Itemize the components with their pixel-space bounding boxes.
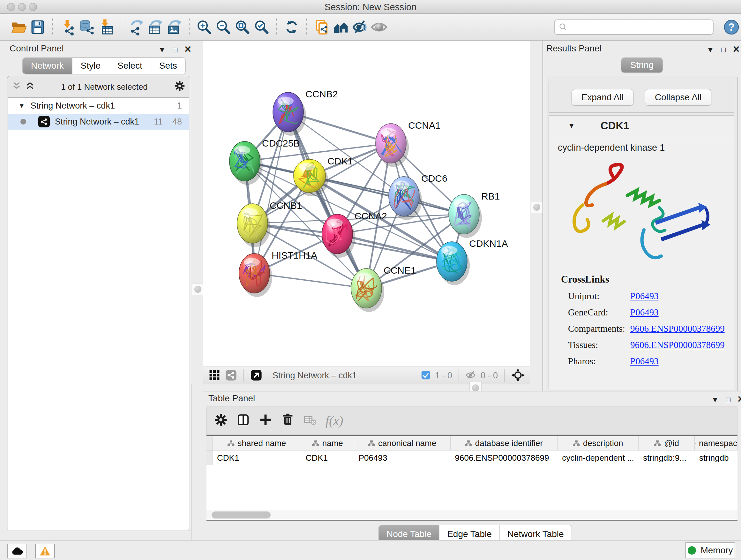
table-cell[interactable]: stringdb:9...: [638, 450, 695, 465]
birdseye-crosshair-icon[interactable]: [511, 368, 525, 383]
search-box[interactable]: [554, 19, 714, 35]
zoom-in-icon[interactable]: [195, 17, 214, 37]
close-panel-icon[interactable]: ×: [738, 393, 741, 405]
export-image-icon[interactable]: [165, 17, 184, 37]
close-panel-icon[interactable]: ×: [733, 44, 739, 55]
show-columns-icon[interactable]: [236, 413, 250, 428]
column-header-namespac[interactable]: namespac: [695, 436, 738, 450]
network-collection-row[interactable]: ▼ String Network – cdk1 1: [8, 98, 189, 114]
hidden-eye-icon[interactable]: [465, 370, 476, 382]
tab-sets[interactable]: Sets: [151, 58, 185, 74]
grid-view-icon[interactable]: [208, 369, 220, 382]
open-session-icon[interactable]: [9, 17, 28, 37]
network-options-gear-icon[interactable]: [174, 80, 185, 94]
float-panel-icon[interactable]: ▼: [711, 396, 719, 403]
maximize-panel-icon[interactable]: □: [726, 396, 731, 403]
column-header-name[interactable]: name: [301, 436, 354, 450]
selected-checkbox-icon[interactable]: [421, 370, 430, 381]
left-splitter-handle[interactable]: [192, 283, 204, 295]
tab-select[interactable]: Select: [109, 58, 151, 74]
network-tab-content: 1 of 1 Network selected ▼ String Network…: [7, 76, 190, 531]
column-header-database-identifier[interactable]: database identifier: [451, 436, 558, 450]
network-canvas[interactable]: CCNB2CCNA1CDC25BCDK1CDC6RB1CCNB1CCNA2CDK…: [203, 41, 530, 367]
table-options-gear-icon[interactable]: [214, 413, 228, 428]
memory-status-dot: [688, 546, 696, 555]
network-selection-status: 1 of 1 Network selected: [35, 82, 174, 92]
network-node-CDC6[interactable]: CDC6: [389, 173, 448, 220]
network-list: ▼ String Network – cdk1 1 String Network…: [8, 98, 189, 530]
crosslink-link[interactable]: 9606.ENSP00000378699: [630, 340, 725, 350]
delete-column-icon[interactable]: [281, 413, 295, 428]
maximize-panel-icon[interactable]: □: [173, 46, 178, 54]
network-node-HIST1H1A[interactable]: HIST1H1A: [239, 250, 317, 297]
right-splitter[interactable]: [530, 41, 542, 391]
table-cell[interactable]: P06493: [354, 450, 451, 465]
table-cell[interactable]: cyclin-dependent ...: [557, 450, 638, 465]
control-panel-title: Control Panel: [10, 44, 64, 54]
warnings-button[interactable]: [35, 544, 55, 558]
network-node-CCNB2[interactable]: CCNB2: [273, 89, 338, 136]
crosslink-link[interactable]: P06493: [630, 307, 659, 318]
table-hscrollbar[interactable]: [206, 510, 738, 520]
tab-network[interactable]: Network: [23, 58, 72, 74]
collection-disclosure-icon[interactable]: ▼: [18, 102, 25, 110]
help-icon[interactable]: ?: [722, 17, 741, 37]
gene-section-header[interactable]: ▼ CDK1: [549, 116, 734, 136]
zoom-selected-icon[interactable]: [252, 17, 271, 37]
cloud-button[interactable]: [7, 544, 27, 558]
left-splitter[interactable]: [192, 41, 203, 384]
table-cell[interactable]: 9606.ENSP00000378699: [451, 450, 558, 465]
table-cell[interactable]: stringdb: [695, 450, 738, 465]
float-panel-icon[interactable]: ▼: [706, 46, 714, 54]
crosslink-link[interactable]: 9606.ENSP00000378699: [630, 323, 725, 334]
import-network-database-icon[interactable]: [77, 17, 96, 37]
collapse-all-networks-icon[interactable]: [12, 81, 21, 93]
import-network-file-icon[interactable]: [58, 17, 77, 37]
table-hscrollbar-thumb[interactable]: [212, 511, 271, 518]
hide-graphics-details-icon[interactable]: [350, 17, 369, 37]
network-edge-count: 48: [172, 117, 182, 127]
network-node-CCNE1[interactable]: CCNE1: [351, 265, 416, 312]
crosslink-link[interactable]: P06493: [630, 291, 659, 301]
crosslink-link[interactable]: P06493: [630, 356, 659, 367]
export-table-icon[interactable]: [145, 17, 165, 37]
network-overview-icon[interactable]: [331, 17, 350, 37]
network-node-CCNB1[interactable]: CCNB1: [237, 200, 302, 247]
network-node-RB1[interactable]: RB1: [449, 191, 500, 238]
table-cell[interactable]: CDK1: [212, 450, 301, 465]
zoom-fit-icon[interactable]: [233, 17, 252, 37]
network-row[interactable]: String Network – cdk1 11 48: [8, 114, 189, 130]
refresh-network-icon[interactable]: [282, 17, 301, 37]
maximize-panel-icon[interactable]: □: [721, 46, 726, 54]
tab-string[interactable]: String: [621, 58, 663, 72]
export-network-icon[interactable]: [126, 17, 145, 37]
clone-network-icon[interactable]: [312, 17, 331, 37]
network-node-CDKN1A[interactable]: CDKN1A: [436, 238, 508, 285]
right-splitter-handle[interactable]: [531, 201, 543, 213]
float-panel-icon[interactable]: ▼: [158, 46, 166, 54]
table-cell[interactable]: CDK1: [301, 450, 354, 465]
import-table-icon[interactable]: [96, 17, 116, 37]
collapse-all-button[interactable]: Collapse All: [645, 89, 711, 106]
column-header-@id[interactable]: @id: [638, 436, 695, 450]
title-bar: Session: New Session: [0, 0, 741, 14]
gene-disclosure-icon[interactable]: ▼: [568, 122, 575, 130]
network-view-icon[interactable]: [225, 369, 237, 382]
network-node-CCNA2[interactable]: CCNA2: [322, 211, 387, 258]
search-input[interactable]: [568, 22, 713, 32]
column-header-description[interactable]: description: [557, 436, 638, 450]
create-column-icon[interactable]: [259, 413, 273, 428]
show-graphics-details-icon[interactable]: [369, 17, 389, 37]
expand-all-button[interactable]: Expand All: [571, 89, 633, 106]
detach-view-icon[interactable]: [250, 369, 262, 382]
zoom-out-icon[interactable]: [214, 17, 233, 37]
memory-button[interactable]: Memory: [685, 543, 735, 558]
expand-all-networks-icon[interactable]: [25, 81, 35, 93]
column-header-shared-name[interactable]: shared name: [212, 436, 301, 450]
save-session-icon[interactable]: [28, 17, 47, 37]
tab-style[interactable]: Style: [72, 58, 109, 74]
table-row[interactable]: CDK1CDK1P064939606.ENSP00000378699cyclin…: [206, 450, 738, 465]
close-panel-icon[interactable]: ×: [185, 44, 191, 55]
network-node-CDK1[interactable]: CDK1: [293, 156, 353, 196]
column-header-canonical-name[interactable]: canonical name: [354, 436, 451, 450]
